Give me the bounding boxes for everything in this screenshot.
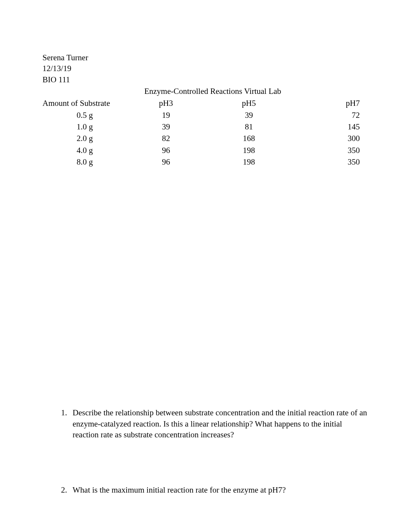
- question-item: 1. Describe the relationship between sub…: [61, 407, 368, 440]
- cell-ph3: 39: [127, 121, 205, 133]
- student-name: Serena Turner: [42, 52, 368, 63]
- document-header: Serena Turner 12/13/19 BIO 111: [42, 52, 368, 85]
- column-header-substrate: Amount of Substrate: [42, 97, 127, 109]
- question-item: 2. What is the maximum initial reaction …: [61, 484, 368, 495]
- table-row: 4.0 g 96 198 350: [42, 144, 368, 156]
- cell-ph7: 350: [293, 144, 368, 156]
- cell-substrate: 0.5 g: [42, 109, 127, 121]
- cell-ph5: 39: [205, 109, 293, 121]
- table-row: 0.5 g 19 39 72: [42, 109, 368, 121]
- table-row: 1.0 g 39 81 145: [42, 121, 368, 133]
- column-header-ph5: pH5: [205, 97, 293, 109]
- document-date: 12/13/19: [42, 63, 368, 74]
- cell-ph7: 72: [293, 109, 368, 121]
- column-header-ph7: pH7: [293, 97, 368, 109]
- cell-ph3: 96: [127, 144, 205, 156]
- cell-substrate: 4.0 g: [42, 144, 127, 156]
- cell-ph5: 198: [205, 156, 293, 168]
- enzyme-data-table: Amount of Substrate pH3 pH5 pH7 0.5 g 19…: [42, 97, 368, 168]
- cell-ph7: 145: [293, 121, 368, 133]
- question-number: 1.: [61, 407, 73, 440]
- questions-section: 1. Describe the relationship between sub…: [42, 407, 368, 495]
- table-row: 2.0 g 82 168 300: [42, 133, 368, 144]
- course-code: BIO 111: [42, 74, 368, 85]
- cell-ph3: 96: [127, 156, 205, 168]
- column-header-ph3: pH3: [127, 97, 205, 109]
- question-number: 2.: [61, 484, 73, 495]
- question-text: What is the maximum initial reaction rat…: [73, 484, 368, 495]
- cell-ph5: 198: [205, 144, 293, 156]
- cell-substrate: 8.0 g: [42, 156, 127, 168]
- cell-ph5: 168: [205, 133, 293, 144]
- cell-ph5: 81: [205, 121, 293, 133]
- cell-ph3: 82: [127, 133, 205, 144]
- cell-ph3: 19: [127, 109, 205, 121]
- cell-substrate: 1.0 g: [42, 121, 127, 133]
- table-header-row: Amount of Substrate pH3 pH5 pH7: [42, 97, 368, 109]
- question-text: Describe the relationship between substr…: [73, 407, 368, 440]
- document-title: Enzyme-Controlled Reactions Virtual Lab: [42, 86, 368, 97]
- table-row: 8.0 g 96 198 350: [42, 156, 368, 168]
- cell-ph7: 300: [293, 133, 368, 144]
- cell-substrate: 2.0 g: [42, 133, 127, 144]
- cell-ph7: 350: [293, 156, 368, 168]
